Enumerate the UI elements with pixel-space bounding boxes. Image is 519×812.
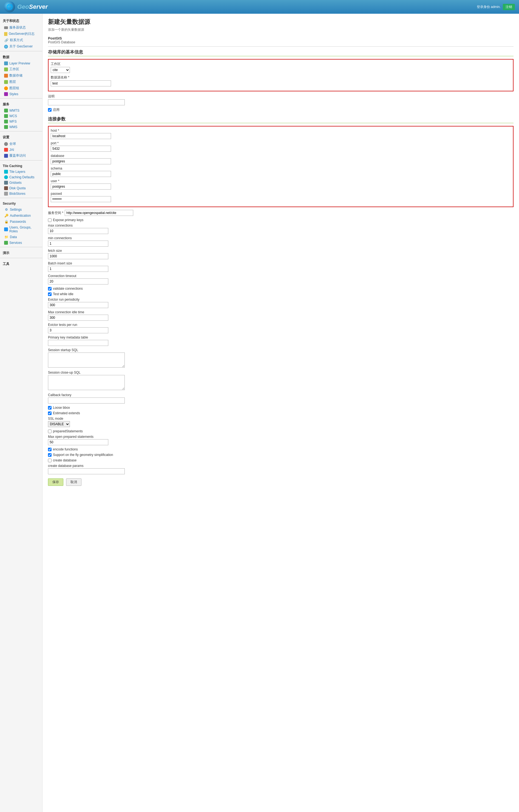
save-button[interactable]: 保存 (48, 478, 63, 486)
ssl-mode-select[interactable]: DISABLE ALLOW PREFER REQUIRE (48, 421, 70, 427)
datasource-name-label: 数据源名称 * (51, 75, 511, 80)
test-idle-group: Test while idle (48, 292, 514, 296)
sidebar-item-server-status[interactable]: 服务器状态 (0, 24, 42, 31)
sidebar-item-users-groups-roles[interactable]: Users, Groups, Roles (0, 225, 42, 234)
database-input[interactable] (51, 158, 111, 164)
session-close-group: Session close-up SQL (48, 371, 514, 391)
sidebar-item-global[interactable]: 全球 (0, 141, 42, 147)
sidebar-section-services: 服务 (0, 100, 42, 108)
sidebar-item-styles[interactable]: Styles (0, 91, 42, 97)
namespace-label: 服务空间 * (48, 211, 63, 215)
logout-button[interactable]: 注销 (503, 4, 515, 10)
max-conn-input[interactable] (48, 228, 108, 234)
evictor-run-group: Evictor run periodicity (48, 298, 514, 308)
support-fly-group: Support on the fly geometry simplificati… (48, 453, 514, 457)
sidebar-item-layergroups[interactable]: 图层组 (0, 85, 42, 91)
sidebar-item-wmts[interactable]: WMTS (0, 108, 42, 113)
user-input[interactable] (51, 183, 111, 190)
pk-metadata-input[interactable] (48, 340, 108, 346)
callback-factory-label: Callback factory (48, 393, 514, 397)
expose-pk-group: Expose primary keys (48, 218, 514, 222)
create-database-label: create database (53, 458, 77, 462)
sidebar-section-tools: 工具 (0, 260, 42, 267)
prepared-statements-group: preparedStatements (48, 429, 514, 433)
sidebar-item-blobstores[interactable]: BlobStores (0, 191, 42, 196)
prepared-statements-checkbox[interactable] (48, 430, 52, 433)
create-db-params-input[interactable] (48, 468, 125, 474)
encode-functions-group: encode functions (48, 447, 514, 451)
wmts-icon (4, 109, 8, 113)
test-idle-checkbox[interactable] (48, 292, 52, 296)
passwd-group: passwd (51, 192, 511, 202)
session-close-textarea[interactable] (48, 375, 125, 390)
host-input[interactable] (51, 133, 111, 139)
sidebar-item-jai[interactable]: JAI (0, 147, 42, 152)
coverage-icon (4, 154, 8, 158)
datasource-name-input[interactable] (51, 80, 111, 86)
form-buttons: 保存 取消 (48, 478, 514, 486)
max-conn-idle-input[interactable] (48, 315, 108, 321)
sidebar-item-tile-layers[interactable]: Tile Layers (0, 169, 42, 174)
sidebar-item-wfs[interactable]: WFS (0, 119, 42, 124)
sidebar-item-workspace[interactable]: 工作区 (0, 66, 42, 72)
callback-factory-input[interactable] (48, 398, 125, 404)
max-conn-idle-label: Max connection idle time (48, 310, 514, 314)
sidebar-item-wcs[interactable]: WCS (0, 113, 42, 119)
sidebar-item-about[interactable]: 关于 GeoServer (0, 44, 42, 50)
host-group: host * (51, 129, 511, 139)
loose-bbox-checkbox[interactable] (48, 406, 52, 410)
expose-pk-checkbox[interactable] (48, 219, 52, 222)
schema-input[interactable] (51, 171, 111, 177)
sidebar-item-coverage[interactable]: 覆盖率访问 (0, 152, 42, 159)
gridset-icon (4, 181, 8, 184)
sidebar-item-disk-quota[interactable]: Disk Quota (0, 185, 42, 191)
fetch-size-input[interactable] (48, 253, 108, 259)
page-subtitle: 添加一个新的矢量数据源 (48, 27, 514, 32)
create-database-checkbox[interactable] (48, 459, 52, 462)
cancel-button[interactable]: 取消 (66, 478, 82, 486)
header-user-area: 登录身份 admin. 注销 (477, 4, 515, 10)
evictor-run-input[interactable] (48, 302, 108, 308)
max-prepared-input[interactable] (48, 439, 108, 445)
encode-functions-checkbox[interactable] (48, 448, 52, 451)
doc-icon (4, 32, 7, 36)
evictor-tests-group: Evictor tests per run (48, 323, 514, 333)
sidebar-item-gridsets[interactable]: Gridsets (0, 180, 42, 185)
sidebar-item-geoserver-log[interactable]: GeoServer的日志 (0, 31, 42, 37)
port-input[interactable] (51, 146, 111, 152)
db-icon (4, 74, 8, 78)
sidebar-item-wms[interactable]: WMS (0, 124, 42, 130)
logo-area: 🌐 GeoServer (4, 1, 48, 12)
session-startup-group: Session startup SQL (48, 348, 514, 369)
enabled-checkbox[interactable] (48, 108, 52, 112)
conn-timeout-input[interactable] (48, 279, 108, 285)
passwd-input[interactable] (51, 196, 111, 202)
sidebar-item-data-sec[interactable]: 📁 Data (0, 234, 42, 240)
logo-text: GeoServer (17, 3, 48, 10)
sidebar-item-layer-preview[interactable]: Layer Preview (0, 61, 42, 66)
blob-icon (4, 192, 8, 196)
support-fly-checkbox[interactable] (48, 453, 52, 457)
sidebar-item-authentication[interactable]: 🔑 Authentication (0, 212, 42, 219)
min-conn-input[interactable] (48, 240, 108, 246)
sidebar-item-datastore[interactable]: 数据存储 (0, 72, 42, 79)
wfs-icon (4, 120, 8, 123)
sidebar-item-services-sec[interactable]: Services (0, 240, 42, 245)
evictor-tests-input[interactable] (48, 327, 108, 333)
sidebar-section-tile: Tile Caching (0, 162, 42, 169)
validate-conn-checkbox[interactable] (48, 287, 52, 291)
sidebar-item-layers[interactable]: 图层 (0, 79, 42, 85)
datasource-name-group: 数据源名称 * (51, 75, 511, 86)
session-startup-textarea[interactable] (48, 352, 125, 368)
estimated-extends-checkbox[interactable] (48, 411, 52, 415)
batch-insert-input[interactable] (48, 266, 108, 272)
sidebar-item-passwords[interactable]: 🔒 Passwords (0, 219, 42, 225)
divider-2 (0, 98, 42, 98)
sidebar-item-contact[interactable]: 🔗 联系方式 (0, 37, 42, 44)
workspace-select[interactable]: cite (51, 67, 70, 73)
sidebar-item-sec-settings[interactable]: ⚙ Settings (0, 207, 42, 212)
connection-params-section: 连接参数 host * port * database (48, 116, 514, 474)
description-input[interactable] (48, 99, 125, 105)
namespace-input[interactable] (65, 210, 133, 216)
sidebar-item-caching-defaults[interactable]: Caching Defaults (0, 174, 42, 180)
